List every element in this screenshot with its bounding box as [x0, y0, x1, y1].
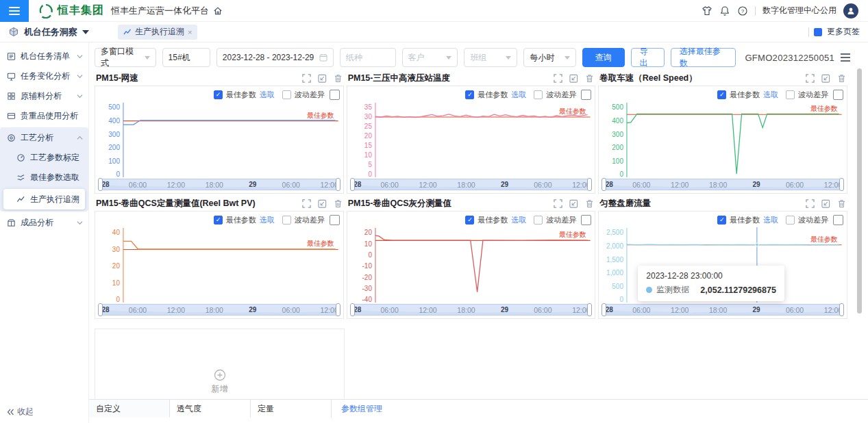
hamburger-menu-button[interactable]: [0, 0, 29, 22]
best-param-checkbox[interactable]: [717, 216, 726, 225]
user-avatar[interactable]: [843, 3, 858, 18]
vertical-scrollbar[interactable]: [857, 68, 862, 313]
fluctuation-checkbox[interactable]: [534, 216, 543, 225]
datazoom-left-handle[interactable]: [350, 303, 355, 316]
sidebar-item-task-list[interactable]: 机台任务清单: [0, 47, 88, 66]
delete-icon[interactable]: [334, 199, 343, 208]
query-button[interactable]: 查询: [582, 48, 625, 67]
tab-close-icon[interactable]: ×: [188, 28, 192, 36]
svg-text:400: 400: [612, 117, 624, 125]
fullscreen-icon[interactable]: [302, 199, 311, 208]
edit-icon[interactable]: [569, 74, 578, 83]
color-select-box[interactable]: [581, 215, 591, 225]
datazoom-left-handle[interactable]: [602, 178, 606, 191]
delete-icon[interactable]: [585, 74, 594, 83]
color-select-box[interactable]: [330, 90, 340, 100]
pick-link[interactable]: 选取: [763, 90, 778, 100]
datazoom-slider[interactable]: 2806:0012:0018:002906:0012:00: [351, 304, 592, 316]
machine-input[interactable]: 15#机: [162, 48, 210, 67]
customer-select[interactable]: 客户: [402, 48, 458, 67]
bottom-tab-custom[interactable]: 自定义: [89, 400, 170, 418]
best-param-checkbox[interactable]: [717, 90, 726, 99]
datazoom-right-handle[interactable]: [839, 303, 844, 316]
datazoom-right-handle[interactable]: [839, 178, 844, 191]
datazoom-slider[interactable]: 2806:0012:0018:002906:0012:00: [602, 304, 843, 316]
fluctuation-checkbox[interactable]: [282, 216, 291, 225]
datazoom-slider[interactable]: 2806:0012:0018:002906:0012:00: [99, 179, 340, 190]
datazoom-right-handle[interactable]: [587, 178, 592, 191]
fluctuation-checkbox[interactable]: [282, 90, 291, 99]
x-axis-tick: 06:00: [632, 306, 650, 314]
fluctuation-checkbox[interactable]: [534, 90, 543, 99]
datazoom-left-handle[interactable]: [602, 303, 606, 316]
add-chart-panel[interactable]: 新增: [95, 329, 345, 399]
module-selector[interactable]: 机台任务洞察: [8, 26, 89, 38]
sidebar-item-finished-product[interactable]: 成品分析: [0, 213, 88, 233]
fullscreen-icon[interactable]: [554, 199, 562, 208]
color-select-box[interactable]: [330, 215, 340, 225]
datazoom-right-handle[interactable]: [336, 303, 340, 316]
edit-icon[interactable]: [318, 74, 327, 83]
help-icon[interactable]: ?: [737, 5, 748, 16]
pick-link[interactable]: 选取: [763, 215, 778, 225]
paper-type-input[interactable]: 纸种: [340, 48, 396, 67]
delete-icon[interactable]: [334, 74, 343, 83]
pick-link[interactable]: 选取: [511, 215, 526, 225]
sidebar-item-precious-usage[interactable]: 贵重品使用分析: [0, 106, 88, 126]
datazoom-left-handle[interactable]: [98, 303, 103, 316]
sidebar-item-process-analysis[interactable]: 工艺分析: [0, 128, 88, 148]
edit-icon[interactable]: [821, 74, 830, 83]
export-button[interactable]: 导出: [631, 48, 665, 67]
best-param-checkbox[interactable]: [465, 90, 474, 99]
fluctuation-checkbox[interactable]: [786, 90, 795, 99]
brand-logo-icon: [38, 3, 53, 18]
sidebar-item-param-calibration[interactable]: 工艺参数标定: [0, 148, 88, 168]
edit-icon[interactable]: [318, 199, 327, 208]
delete-icon[interactable]: [585, 199, 594, 208]
tab-production-trace[interactable]: 生产执行追溯 ×: [118, 25, 197, 40]
sidebar-collapse-button[interactable]: 收起: [7, 406, 34, 418]
bottom-tab-permeability[interactable]: 透气度: [170, 400, 251, 418]
datazoom-slider[interactable]: 2806:0012:0018:002906:0012:00: [351, 179, 592, 190]
more-tabs-button[interactable]: 更多页签: [808, 26, 860, 38]
pick-link[interactable]: 选取: [260, 215, 275, 225]
sidebar-item-production-trace[interactable]: 生产执行追溯: [3, 189, 85, 209]
datazoom-left-handle[interactable]: [350, 178, 355, 191]
notification-bell-icon[interactable]: [719, 5, 730, 16]
best-param-checkbox[interactable]: [214, 216, 223, 225]
theme-shirt-icon[interactable]: [702, 5, 712, 16]
param-group-manage-link[interactable]: 参数组管理: [332, 400, 382, 418]
datazoom-slider[interactable]: 2806:0012:0018:002906:0012:00: [99, 304, 340, 316]
interval-select[interactable]: 每小时: [523, 48, 575, 67]
pick-link[interactable]: 选取: [511, 90, 526, 100]
fullscreen-icon[interactable]: [554, 74, 562, 83]
color-select-box[interactable]: [581, 90, 591, 100]
sidebar-item-task-change[interactable]: 任务变化分析: [0, 66, 88, 86]
best-param-checkbox[interactable]: [465, 216, 474, 225]
team-select[interactable]: 班组: [464, 48, 517, 67]
fluctuation-checkbox[interactable]: [786, 216, 795, 225]
bottom-tab-basis-weight[interactable]: 定量: [251, 400, 332, 418]
select-best-param-button[interactable]: 选择最佳参数: [671, 48, 736, 67]
edit-icon[interactable]: [821, 199, 830, 208]
datazoom-right-handle[interactable]: [587, 303, 592, 316]
sidebar-item-raw-material[interactable]: 原辅料分析: [0, 86, 88, 106]
panel-menu-icon[interactable]: [841, 53, 850, 62]
date-range-picker[interactable]: 2023-12-28 - 2023-12-29: [216, 48, 334, 67]
best-param-checkbox[interactable]: [214, 90, 223, 99]
delete-icon[interactable]: [837, 74, 846, 83]
fullscreen-icon[interactable]: [806, 199, 815, 208]
sidebar-item-best-param-pick[interactable]: 最佳参数选取: [0, 168, 88, 188]
color-select-box[interactable]: [833, 215, 843, 225]
home-icon[interactable]: [213, 6, 223, 16]
edit-icon[interactable]: [569, 199, 578, 208]
color-select-box[interactable]: [833, 90, 843, 100]
datazoom-left-handle[interactable]: [98, 178, 103, 191]
pick-link[interactable]: 选取: [260, 90, 275, 100]
delete-icon[interactable]: [837, 199, 846, 208]
fullscreen-icon[interactable]: [806, 74, 815, 83]
datazoom-slider[interactable]: 2806:0012:0018:002906:0012:00: [602, 179, 843, 190]
fullscreen-icon[interactable]: [302, 74, 311, 83]
window-mode-select[interactable]: 多窗口模式: [95, 48, 156, 67]
datazoom-right-handle[interactable]: [336, 178, 340, 191]
